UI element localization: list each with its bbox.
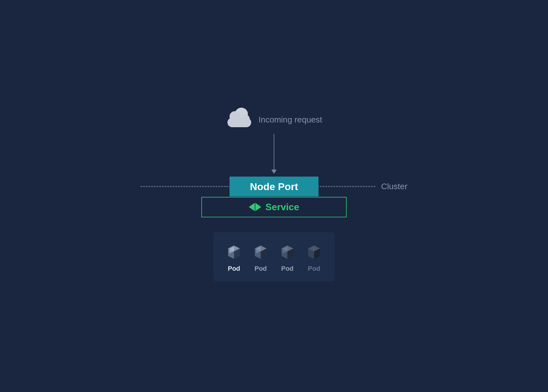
service-box: Service [201,197,347,217]
pod-cube-1 [225,241,243,262]
incoming-request-label: Incoming request [259,115,322,125]
arrow-head [271,170,277,174]
pod-item-4: Pod [305,241,323,273]
pod-item-2: Pod [252,241,270,273]
pod-label-3: Pod [281,265,294,273]
pod-label-4: Pod [308,265,320,273]
cloud-icon [226,111,253,129]
dashed-line-row: Node Port Cluster [141,176,407,197]
node-port-box: Node Port [230,176,318,196]
cloud-label-row: Incoming request [226,111,322,129]
diagram-container: Incoming request Node Port Cluster Servi… [141,111,407,281]
arrow-line [274,134,274,170]
service-label: Service [265,202,299,213]
node-port-label: Node Port [250,181,298,192]
pod-cube-4 [305,241,323,262]
service-icon [249,203,261,211]
pods-section: Pod Pod Pod [213,232,335,281]
pod-item-1: Pod [225,241,243,273]
arrow-down [271,134,277,174]
pod-cube-2 [252,241,270,262]
cluster-section: Node Port Cluster Service [141,176,407,217]
cloud-shape [226,111,253,127]
pod-label-2: Pod [254,265,267,273]
triangle-right-icon [255,203,261,211]
cloud-section: Incoming request [226,111,322,132]
cluster-label: Cluster [376,182,407,191]
triangle-left-icon [249,203,255,211]
pod-label-1: Pod [228,265,240,273]
pod-item-3: Pod [278,241,296,273]
pod-cube-3 [278,241,296,262]
